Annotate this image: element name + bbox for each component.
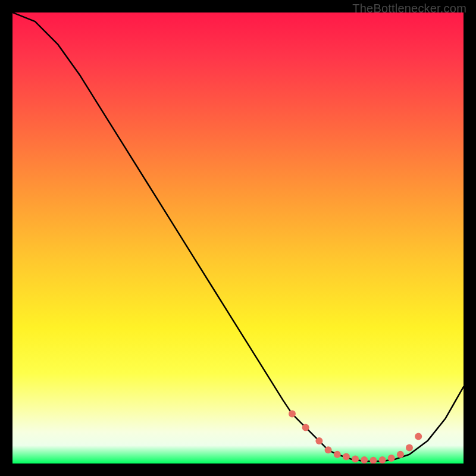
highlight-dot	[334, 451, 341, 458]
highlight-dot	[361, 456, 368, 464]
bottleneck-curve	[12, 12, 464, 461]
highlight-dot	[315, 437, 322, 444]
chart-svg	[12, 12, 464, 464]
highlight-dot	[343, 453, 350, 461]
chart-frame: TheBottlenecker.com	[0, 0, 476, 476]
highlight-dot	[325, 446, 332, 453]
highlight-dot	[379, 456, 386, 464]
highlight-dot	[302, 424, 309, 431]
highlight-dot	[415, 433, 422, 440]
highlight-dot	[388, 455, 395, 462]
highlight-dot	[397, 451, 404, 458]
highlight-dot	[406, 444, 413, 452]
highlight-dot	[369, 457, 377, 464]
highlight-dot	[289, 411, 296, 418]
watermark: TheBottlenecker.com	[352, 2, 466, 15]
plot-area	[12, 12, 464, 464]
highlight-dot	[352, 455, 359, 462]
highlight-dots	[289, 411, 422, 464]
